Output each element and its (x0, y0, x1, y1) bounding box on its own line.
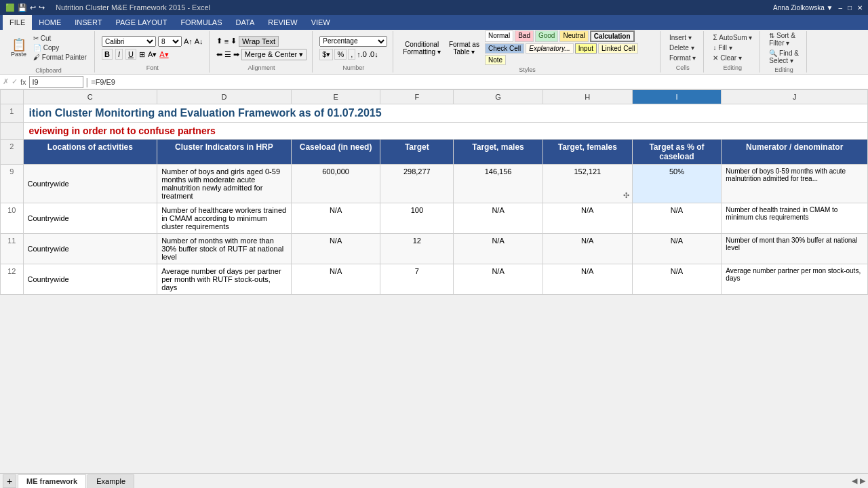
cell-j9[interactable]: Number of boys 0-59 months with acute ma… (722, 165, 868, 203)
align-center-button[interactable]: ☰ (224, 50, 231, 59)
cell-g9[interactable]: 146,156 (454, 165, 543, 203)
col-header-g[interactable]: G (454, 90, 543, 104)
decrease-decimal-button[interactable]: .0↓ (368, 50, 378, 58)
col-header-d[interactable]: D (157, 90, 292, 104)
find-select-button[interactable]: 🔍 Find &Select ▾ (767, 49, 801, 65)
tab-view[interactable]: VIEW (304, 15, 337, 30)
cell-c9[interactable]: Countrywide (23, 165, 157, 203)
tab-formulas[interactable]: FORMULAS (174, 15, 229, 30)
cell-g12[interactable]: N/A (454, 264, 543, 295)
style-calculation[interactable]: Calculation (590, 30, 635, 42)
cell-d11[interactable]: Number of months with more than 30% buff… (157, 234, 292, 264)
style-neutral[interactable]: Neutral (559, 30, 588, 42)
insert-cells-button[interactable]: Insert ▾ (667, 33, 698, 42)
tab-insert[interactable]: INSERT (68, 15, 108, 30)
col-header-h[interactable]: H (542, 90, 632, 104)
cell-h9[interactable]: 152,121 ✣ (542, 165, 632, 203)
cell-f11[interactable]: 12 (380, 234, 454, 264)
quick-access-redo[interactable]: ↪ (39, 3, 45, 12)
increase-decimal-button[interactable]: ↑.0 (357, 50, 367, 58)
currency-button[interactable]: $▾ (319, 49, 333, 60)
tab-data[interactable]: DATA (229, 15, 262, 30)
tab-home[interactable]: HOME (32, 15, 68, 30)
cell-c11[interactable]: Countrywide (23, 234, 157, 264)
cell-f12[interactable]: 7 (380, 264, 454, 295)
wrap-text-button[interactable]: Wrap Text (239, 36, 279, 47)
border-button[interactable]: ⊞ (139, 50, 145, 59)
tab-page-layout[interactable]: PAGE LAYOUT (108, 15, 174, 30)
col-header-f[interactable]: F (380, 90, 454, 104)
quick-access-save[interactable]: 💾 (18, 3, 27, 12)
bold-button[interactable]: B (102, 49, 113, 60)
sheet-tab-me-framework[interactable]: ME framework (18, 474, 86, 488)
style-check-cell[interactable]: Check Cell (485, 43, 524, 54)
autosum-button[interactable]: Σ AutoSum ▾ (711, 33, 754, 42)
scroll-right-button[interactable]: ▶ (860, 476, 865, 485)
format-as-table-button[interactable]: Format asTable ▾ (446, 39, 482, 57)
cell-e11[interactable]: N/A (291, 234, 380, 264)
align-left-button[interactable]: ⬅ (216, 50, 222, 59)
delete-cells-button[interactable]: Delete ▾ (667, 43, 698, 52)
cell-reference-box[interactable] (29, 76, 83, 88)
style-note[interactable]: Note (485, 55, 506, 65)
cell-i12[interactable]: N/A (632, 264, 722, 295)
cell-f9[interactable]: 298,277 (380, 165, 454, 203)
cut-button[interactable]: ✂ Cut (31, 34, 89, 43)
cell-i9[interactable]: 50% (632, 165, 722, 203)
increase-font-button[interactable]: A↑ (184, 37, 193, 45)
formula-input[interactable] (91, 76, 865, 88)
cell-j11[interactable]: Number of mont than 30% buffer at nation… (722, 234, 868, 264)
align-right-button[interactable]: ➡ (233, 50, 239, 59)
font-color-button[interactable]: A▾ (159, 50, 168, 59)
number-format-select[interactable]: Percentage (319, 36, 387, 47)
fill-button[interactable]: ↓ Fill ▾ (711, 43, 754, 52)
cell-d10[interactable]: Number of healthcare workers trained in … (157, 203, 292, 234)
cell-c12[interactable]: Countrywide (23, 264, 157, 295)
paste-button[interactable]: 📋 Paste (8, 30, 29, 66)
align-middle-button[interactable]: ≡ (224, 37, 229, 45)
align-bottom-button[interactable]: ⬇ (231, 37, 237, 45)
cell-h11[interactable]: N/A (542, 234, 632, 264)
quick-access-undo[interactable]: ↩ (30, 3, 36, 12)
cell-g10[interactable]: N/A (454, 203, 543, 234)
col-header-e[interactable]: E (291, 90, 380, 104)
cell-j10[interactable]: Number of health trained in CMAM to mini… (722, 203, 868, 234)
format-cells-button[interactable]: Format ▾ (667, 54, 698, 62)
style-input[interactable]: Input (575, 43, 597, 54)
clear-button[interactable]: ✕ Clear ▾ (711, 54, 754, 62)
cell-e12[interactable]: N/A (291, 264, 380, 295)
col-header-j[interactable]: J (722, 90, 868, 104)
format-painter-button[interactable]: 🖌 Format Painter (31, 53, 89, 62)
tab-review[interactable]: REVIEW (261, 15, 304, 30)
style-linked-cell[interactable]: Linked Cell (598, 43, 638, 54)
cell-d9[interactable]: Number of boys and girls aged 0-59 month… (157, 165, 292, 203)
cell-h12[interactable]: N/A (542, 264, 632, 295)
cell-e9[interactable]: 600,000 (291, 165, 380, 203)
cell-h10[interactable]: N/A (542, 203, 632, 234)
scroll-left-button[interactable]: ◀ (852, 476, 857, 485)
copy-button[interactable]: 📄 Copy (31, 43, 89, 52)
col-header-c[interactable]: C (23, 90, 157, 104)
comma-button[interactable]: , (348, 49, 355, 60)
window-close[interactable]: ✕ (857, 4, 863, 12)
col-header-i[interactable]: I (632, 90, 722, 104)
cell-f10[interactable]: 100 (380, 203, 454, 234)
window-minimize[interactable]: – (838, 4, 842, 12)
merge-center-button[interactable]: Merge & Center ▾ (241, 49, 307, 60)
style-good[interactable]: Good (535, 30, 558, 42)
font-size-select[interactable]: 8 (158, 36, 182, 47)
cell-c10[interactable]: Countrywide (23, 203, 157, 234)
cell-g11[interactable]: N/A (454, 234, 543, 264)
cell-e10[interactable]: N/A (291, 203, 380, 234)
cell-i11[interactable]: N/A (632, 234, 722, 264)
percent-button[interactable]: % (334, 49, 347, 60)
decrease-font-button[interactable]: A↓ (195, 37, 203, 45)
style-explanatory[interactable]: Explanatory... (526, 43, 573, 54)
font-family-select[interactable]: Calibri (102, 36, 156, 47)
cell-j12[interactable]: Average number partner per mon stock-out… (722, 264, 868, 295)
cell-i10[interactable]: N/A (632, 203, 722, 234)
window-maximize[interactable]: □ (848, 4, 852, 12)
fill-color-button[interactable]: A▾ (148, 50, 157, 59)
italic-button[interactable]: I (115, 49, 123, 60)
user-name[interactable]: Anna Ziolkowska ▼ (773, 4, 833, 12)
